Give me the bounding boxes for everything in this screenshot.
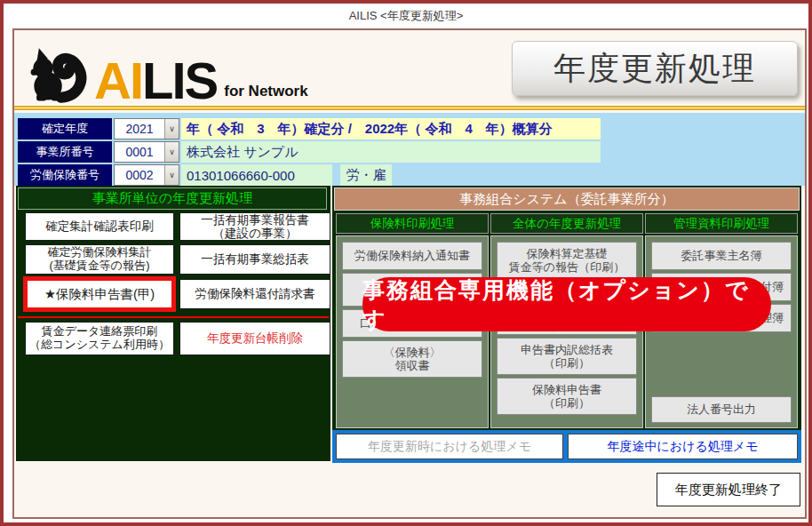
btn-lump-term-total[interactable]: 一括有期事業総括表 [179,244,330,275]
fiscal-year-select[interactable]: 2021 ∨ [114,118,179,139]
btn-confirm-summary-print[interactable]: 確定集計確認表印刷 [25,212,174,241]
ailis-logo: AILIS for Network [27,37,308,105]
btn-memo-mid-year[interactable]: 年度途中における処理メモ [568,434,798,459]
btn-insurance-declaration[interactable]: ★保険料申告書(甲) [23,276,176,312]
col-insurance-print-header: 保険料印刷処理 [336,213,489,234]
office-number-label: 事業所番号 [18,141,112,163]
office-name-field: 株式会社 サンプル [181,141,601,163]
page-title: 年度更新処理 [512,41,798,96]
btn-confirmed-insurance-summary[interactable]: 確定労働保険料集計 (基礎賃金等の報告) [25,244,174,275]
btn-declaration-print[interactable]: 保険料申告書 （印刷） [497,378,637,415]
logo-subtitle: for Network [224,83,307,100]
btn-calc-basis-report-print[interactable]: 保険料算定基礎 賃金等の報告（印刷） [497,242,637,279]
exit-button[interactable]: 年度更新処理終了 [657,473,800,506]
dropdown-arrow-icon[interactable]: ∨ [164,119,179,139]
btn-refund-request[interactable]: 労働保険料還付請求書 [179,279,330,309]
divider-red-line [18,316,329,318]
app-window: AILIS <年度更新処理> AILIS for Network 年度更新処理 [0,0,812,526]
squirrel-logo-icon [27,43,92,105]
btn-entrusted-employer-list[interactable]: 委託事業主名簿 [651,242,792,270]
office-panel-title: 事業所単位の年度更新処理 [18,187,327,210]
btn-wage-data-print[interactable]: 賃金データ連絡票印刷 （総コンシステム利用時） [25,322,174,355]
window-titlebar: AILIS <年度更新処理> [4,5,808,27]
dropdown-arrow-icon[interactable]: ∨ [164,142,179,162]
main-window: AILIS for Network 年度更新処理 確定年度 2021 ∨ 年（ … [12,28,807,519]
app-header: AILIS for Network 年度更新処理 [14,30,805,110]
btn-lump-term-report[interactable]: 一括有期事業報告書 （建設の事業） [179,212,330,241]
labor-insurance-number-label: 労働保険番号 [18,164,112,186]
btn-corporate-number-output[interactable]: 法人番号出力 [651,396,792,423]
window-title: AILIS <年度更新処理> [349,9,464,22]
btn-ledger-delete[interactable]: 年度更新台帳削除 [179,322,330,355]
fiscal-year-detail: 年（ 令和 3 年）確定分 / 2022年（ 令和 4 年）概算分 [181,118,601,139]
labor-insurance-number-select[interactable]: 0002 ∨ [114,164,179,186]
col-admin-print-header: 管理資料印刷処理 [645,213,798,234]
filter-section: 確定年度 2021 ∨ 年（ 令和 3 年）確定分 / 2022年（ 令和 4 … [14,113,805,186]
col-annual-update-header: 全体の年度更新処理 [490,213,643,234]
fiscal-year-label: 確定年度 [18,118,112,139]
office-number-select[interactable]: 0001 ∨ [114,141,179,163]
btn-payment-notice[interactable]: 労働保険料納入通知書 [342,242,482,270]
union-panel-title: 事務組合システム（委託事業所分） [334,187,800,211]
office-panel: 事業所単位の年度更新処理 確定集計確認表印刷 一括有期事業報告書 （建設の事業）… [16,186,330,461]
btn-declaration-breakdown-print[interactable]: 申告書内訳総括表 （印刷） [497,338,637,375]
insurance-category-field: 労・雇 [340,164,392,186]
option-overlay-badge: 事務組合専用機能（オプション）です [362,277,771,331]
logo-wordmark: AILIS [94,56,217,105]
memo-bar: 年度更新時における処理メモ 年度途中における処理メモ [332,430,801,463]
labor-insurance-number-field: 01301066660-000 [181,164,332,186]
dropdown-arrow-icon[interactable]: ∨ [164,165,179,185]
btn-insurance-receipt[interactable]: 〈保険料〉 領収書 [342,340,482,378]
btn-memo-at-update[interactable]: 年度更新時における処理メモ [336,434,563,459]
